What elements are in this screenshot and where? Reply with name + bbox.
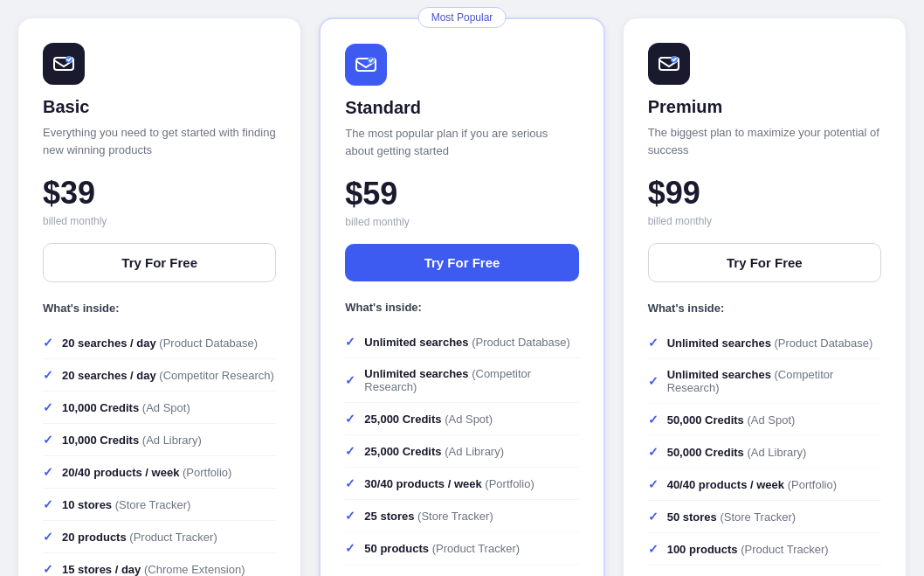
- whats-inside-label: What's inside:: [345, 301, 578, 314]
- feature-bold: 20 searches / day: [62, 337, 156, 350]
- feature-bold: 25 stores: [364, 510, 414, 523]
- feature-bold: 30/40 products / week: [364, 477, 481, 490]
- pricing-container: Basic Everything you need to get started…: [17, 17, 907, 576]
- feature-light: (Competitor Research): [159, 369, 274, 382]
- feature-text: 20 searches / day (Product Database): [62, 337, 258, 350]
- check-icon: ✓: [648, 477, 659, 491]
- plan-description: The most popular plan if you are serious…: [345, 125, 578, 160]
- feature-light: (Store Tracker): [115, 498, 191, 511]
- feature-item: ✓ 15 stores / day (Chrome Extension): [43, 553, 276, 576]
- plan-icon: [345, 44, 387, 86]
- plan-card-basic: Basic Everything you need to get started…: [17, 17, 301, 576]
- feature-light: (Product Tracker): [129, 531, 217, 544]
- feature-item: ✓ 50,000 Credits (Ad Spot): [648, 404, 881, 436]
- feature-text: 100 products (Product Tracker): [667, 543, 829, 556]
- plan-icon: [648, 43, 690, 85]
- feature-text: 50,000 Credits (Ad Spot): [667, 413, 796, 427]
- feature-text: 50 products (Product Tracker): [364, 542, 520, 555]
- feature-text: 20 searches / day (Competitor Research): [62, 369, 274, 382]
- feature-text: Unlimited searches (Competitor Research): [667, 368, 881, 394]
- feature-item: ✓ 50 stores (Store Tracker): [648, 501, 881, 533]
- feature-item: ✓ Unlimited searches (Competitor Researc…: [648, 359, 881, 404]
- billed-text: billed monthly: [648, 215, 881, 227]
- feature-item: ✓ 10,000 Credits (Ad Spot): [43, 392, 276, 424]
- plan-name: Standard: [345, 98, 578, 118]
- feature-text: 25 stores (Store Tracker): [364, 510, 493, 523]
- check-icon: ✓: [345, 444, 355, 458]
- feature-bold: 50,000 Credits: [667, 413, 744, 427]
- try-for-free-button[interactable]: Try For Free: [43, 243, 276, 282]
- feature-list: ✓ Unlimited searches (Product Database) …: [345, 326, 578, 576]
- plan-card-standard: Most Popular Standard The most popular p…: [319, 17, 604, 576]
- check-icon: ✓: [648, 542, 659, 556]
- feature-item: ✓ 20 searches / day (Competitor Research…: [43, 359, 276, 392]
- feature-text: 25,000 Credits (Ad Library): [364, 445, 504, 458]
- feature-text: 10,000 Credits (Ad Spot): [62, 401, 190, 414]
- feature-text: 25,000 Credits (Ad Spot): [364, 413, 493, 426]
- check-icon: ✓: [43, 336, 53, 350]
- feature-item: ✓ 30 stores / day (Chrome Extension): [345, 565, 578, 576]
- feature-light: (Ad Library): [747, 446, 806, 459]
- plan-name: Basic: [43, 97, 276, 117]
- feature-bold: 10,000 Credits: [62, 401, 139, 414]
- check-icon: ✓: [345, 373, 355, 387]
- feature-item: ✓ 25 stores (Store Tracker): [345, 500, 578, 532]
- feature-text: Unlimited searches (Product Database): [364, 336, 570, 349]
- check-icon: ✓: [43, 530, 53, 544]
- check-icon: ✓: [43, 562, 53, 576]
- feature-item: ✓ 20 products (Product Tracker): [43, 521, 276, 553]
- feature-bold: 25,000 Credits: [364, 413, 441, 426]
- feature-item: ✓ 100 products (Product Tracker): [648, 533, 881, 566]
- try-for-free-button[interactable]: Try For Free: [648, 243, 881, 282]
- feature-light: (Chrome Extension): [144, 563, 245, 576]
- feature-light: (Ad Library): [445, 445, 504, 458]
- check-icon: ✓: [43, 368, 53, 382]
- feature-text: 20 products (Product Tracker): [62, 531, 217, 544]
- feature-light: (Product Database): [159, 337, 258, 350]
- feature-item: ✓ 10,000 Credits (Ad Library): [43, 424, 276, 456]
- feature-item: ✓ Unlimited searches (Product Database): [345, 326, 578, 358]
- feature-bold: 10 stores: [62, 498, 112, 511]
- feature-text: Unlimited searches (Competitor Research): [364, 367, 578, 393]
- feature-light: (Ad Spot): [142, 401, 190, 414]
- feature-light: (Product Tracker): [432, 542, 520, 555]
- feature-item: ✓ 60 stores / day (Chrome Extension): [648, 566, 881, 576]
- feature-item: ✓ Unlimited searches (Competitor Researc…: [345, 358, 578, 403]
- feature-text: 15 stores / day (Chrome Extension): [62, 563, 245, 576]
- feature-bold: 20 searches / day: [62, 369, 156, 382]
- plan-name: Premium: [648, 97, 881, 117]
- check-icon: ✓: [43, 433, 53, 447]
- feature-bold: 40/40 products / week: [667, 478, 784, 491]
- most-popular-badge: Most Popular: [418, 7, 507, 28]
- feature-bold: 10,000 Credits: [62, 434, 139, 447]
- feature-bold: 100 products: [667, 543, 738, 556]
- feature-text: 10,000 Credits (Ad Library): [62, 434, 202, 447]
- check-icon: ✓: [345, 412, 355, 426]
- feature-light: (Product Database): [775, 337, 873, 350]
- feature-item: ✓ 40/40 products / week (Portfolio): [648, 468, 881, 501]
- feature-bold: 20 products: [62, 531, 127, 544]
- billed-text: billed monthly: [345, 216, 578, 228]
- billed-text: billed monthly: [43, 215, 276, 227]
- feature-text: 30/40 products / week (Portfolio): [364, 477, 534, 490]
- check-icon: ✓: [345, 476, 355, 490]
- feature-item: ✓ 30/40 products / week (Portfolio): [345, 468, 578, 500]
- try-for-free-button[interactable]: Try For Free: [345, 244, 578, 281]
- feature-light: (Ad Spot): [445, 413, 493, 426]
- feature-light: (Product Database): [472, 336, 570, 349]
- feature-light: (Ad Library): [142, 434, 202, 447]
- feature-text: 40/40 products / week (Portfolio): [667, 478, 837, 491]
- feature-light: (Ad Spot): [747, 413, 795, 427]
- plan-icon: [43, 43, 85, 85]
- feature-bold: Unlimited searches: [364, 336, 468, 349]
- plan-price: $59: [345, 176, 578, 212]
- feature-item: ✓ 25,000 Credits (Ad Library): [345, 435, 578, 468]
- check-icon: ✓: [345, 509, 355, 523]
- plan-description: Everything you need to get started with …: [43, 124, 276, 159]
- plan-price: $99: [648, 175, 881, 212]
- whats-inside-label: What's inside:: [648, 302, 881, 315]
- check-icon: ✓: [43, 497, 53, 511]
- check-icon: ✓: [345, 335, 355, 349]
- check-icon: ✓: [43, 400, 53, 414]
- feature-bold: 25,000 Credits: [364, 445, 441, 458]
